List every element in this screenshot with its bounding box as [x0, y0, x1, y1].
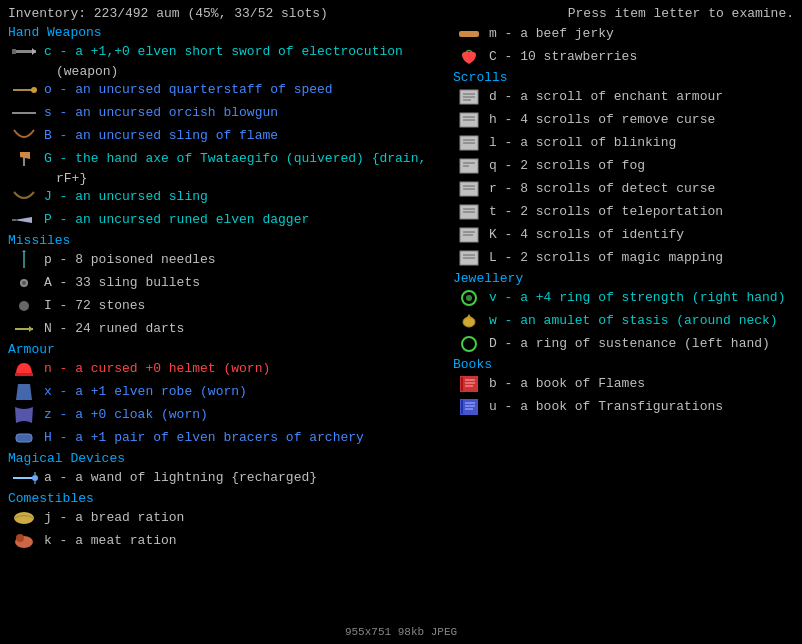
item-z-text[interactable]: z - a +0 cloak (worn): [44, 407, 208, 424]
list-item[interactable]: B - an uncursed sling of flame: [8, 125, 437, 147]
list-item[interactable]: b - a book of Flames: [453, 373, 794, 395]
list-item[interactable]: p - 8 poisoned needles: [8, 249, 437, 271]
wand-icon: [8, 467, 40, 489]
svg-marker-16: [29, 326, 33, 332]
cloak-icon: [8, 404, 40, 426]
item-o-text[interactable]: o - an uncursed quarterstaff of speed: [44, 82, 333, 99]
item-c-sub: (weapon): [8, 64, 437, 79]
svg-marker-11: [22, 250, 26, 252]
ring-v-icon: [453, 287, 485, 309]
svg-point-13: [22, 281, 26, 285]
item-u-text[interactable]: u - a book of Transfigurations: [489, 399, 723, 416]
list-item[interactable]: K - 4 scrolls of identify: [453, 224, 794, 246]
item-s-text[interactable]: s - an uncursed orcish blowgun: [44, 105, 278, 122]
list-item[interactable]: C - 10 strawberries: [453, 46, 794, 68]
list-item[interactable]: L - 2 scrolls of magic mapping: [453, 247, 794, 269]
item-m-text[interactable]: m - a beef jerky: [489, 26, 614, 43]
item-b-text[interactable]: b - a book of Flames: [489, 376, 645, 393]
list-item[interactable]: G - the hand axe of Twataegifo (quivered…: [8, 148, 437, 170]
item-t-text[interactable]: t - 2 scrolls of teleportation: [489, 204, 723, 221]
list-item[interactable]: a - a wand of lightning {recharged}: [8, 467, 437, 489]
list-item[interactable]: h - 4 scrolls of remove curse: [453, 109, 794, 131]
list-item[interactable]: H - a +1 pair of elven bracers of archer…: [8, 427, 437, 449]
strawberry-icon: [453, 46, 485, 68]
item-I-text[interactable]: I - 72 stones: [44, 298, 145, 315]
item-G-sub: rF+}: [8, 171, 437, 186]
item-j-text[interactable]: j - a bread ration: [44, 510, 184, 527]
list-item[interactable]: P - an uncursed runed elven dagger: [8, 209, 437, 231]
item-r-text[interactable]: r - 8 scrolls of detect curse: [489, 181, 715, 198]
list-item[interactable]: z - a +0 cloak (worn): [8, 404, 437, 426]
item-G-text[interactable]: G - the hand axe of Twataegifo (quivered…: [44, 151, 426, 168]
item-d-text[interactable]: d - a scroll of enchant armour: [489, 89, 723, 106]
helmet-icon: [8, 358, 40, 380]
item-C-text[interactable]: C - 10 strawberries: [489, 49, 637, 66]
item-k-text[interactable]: k - a meat ration: [44, 533, 177, 550]
section-armour: Armour: [8, 342, 437, 357]
item-K-text[interactable]: K - 4 scrolls of identify: [489, 227, 684, 244]
svg-rect-2: [12, 49, 16, 54]
bread-icon: [8, 507, 40, 529]
list-item[interactable]: x - a +1 elven robe (worn): [8, 381, 437, 403]
list-item[interactable]: o - an uncursed quarterstaff of speed: [8, 79, 437, 101]
scroll-d-icon: [453, 86, 485, 108]
item-w-text[interactable]: w - an amulet of stasis (around neck): [489, 313, 778, 330]
list-item[interactable]: w - an amulet of stasis (around neck): [453, 310, 794, 332]
item-A-text[interactable]: A - 33 sling bullets: [44, 275, 200, 292]
item-v-text[interactable]: v - a +4 ring of strength (right hand): [489, 290, 785, 307]
meat-icon: [8, 530, 40, 552]
list-item[interactable]: v - a +4 ring of strength (right hand): [453, 287, 794, 309]
list-item[interactable]: J - an uncursed sling: [8, 186, 437, 208]
list-item[interactable]: s - an uncursed orcish blowgun: [8, 102, 437, 124]
list-item[interactable]: A - 33 sling bullets: [8, 272, 437, 294]
item-l-text[interactable]: l - a scroll of blinking: [489, 135, 676, 152]
dart-icon: [8, 318, 40, 340]
item-D-text[interactable]: D - a ring of sustenance (left hand): [489, 336, 770, 353]
item-J-text[interactable]: J - an uncursed sling: [44, 189, 208, 206]
stone-icon: [8, 295, 40, 317]
item-x-text[interactable]: x - a +1 elven robe (worn): [44, 384, 247, 401]
svg-rect-58: [461, 377, 463, 391]
jerky-icon: [453, 23, 485, 45]
list-item[interactable]: r - 8 scrolls of detect curse: [453, 178, 794, 200]
list-item[interactable]: j - a bread ration: [8, 507, 437, 529]
svg-rect-17: [15, 373, 33, 376]
scroll-q-icon: [453, 155, 485, 177]
list-item[interactable]: I - 72 stones: [8, 295, 437, 317]
needle-icon: [8, 249, 40, 271]
list-item[interactable]: n - a cursed +0 helmet (worn): [8, 358, 437, 380]
item-B-text[interactable]: B - an uncursed sling of flame: [44, 128, 278, 145]
item-a-text[interactable]: a - a wand of lightning {recharged}: [44, 470, 317, 487]
item-n-text[interactable]: n - a cursed +0 helmet (worn): [44, 361, 270, 378]
list-item[interactable]: d - a scroll of enchant armour: [453, 86, 794, 108]
item-H-text[interactable]: H - a +1 pair of elven bracers of archer…: [44, 430, 364, 447]
item-c-text[interactable]: c - a +1,+0 elven short sword of electro…: [44, 44, 403, 61]
right-column: m - a beef jerky C - 10 strawberries Scr…: [445, 23, 802, 624]
list-item[interactable]: m - a beef jerky: [453, 23, 794, 45]
section-magical: Magical Devices: [8, 451, 437, 466]
item-P-text[interactable]: P - an uncursed runed elven dagger: [44, 212, 309, 229]
robe-icon: [8, 381, 40, 403]
list-item[interactable]: k - a meat ration: [8, 530, 437, 552]
scroll-t-icon: [453, 201, 485, 223]
header-bar: Inventory: 223/492 aum (45%, 33/52 slots…: [0, 4, 802, 23]
section-missiles: Missiles: [8, 233, 437, 248]
item-N-text[interactable]: N - 24 runed darts: [44, 321, 184, 338]
list-item[interactable]: c - a +1,+0 elven short sword of electro…: [8, 41, 437, 63]
list-item[interactable]: D - a ring of sustenance (left hand): [453, 333, 794, 355]
list-item[interactable]: u - a book of Transfigurations: [453, 396, 794, 418]
svg-rect-9: [12, 219, 16, 221]
list-item[interactable]: N - 24 runed darts: [8, 318, 437, 340]
svg-point-20: [32, 475, 38, 481]
section-hand-weapons: Hand Weapons: [8, 25, 437, 40]
list-item[interactable]: t - 2 scrolls of teleportation: [453, 201, 794, 223]
item-q-text[interactable]: q - 2 scrolls of fog: [489, 158, 645, 175]
list-item[interactable]: l - a scroll of blinking: [453, 132, 794, 154]
item-L-text[interactable]: L - 2 scrolls of magic mapping: [489, 250, 723, 267]
list-item[interactable]: q - 2 scrolls of fog: [453, 155, 794, 177]
item-p-text[interactable]: p - 8 poisoned needles: [44, 252, 216, 269]
svg-rect-26: [459, 31, 479, 37]
svg-point-14: [19, 301, 29, 311]
svg-marker-7: [20, 152, 30, 159]
item-h-text[interactable]: h - 4 scrolls of remove curse: [489, 112, 715, 129]
